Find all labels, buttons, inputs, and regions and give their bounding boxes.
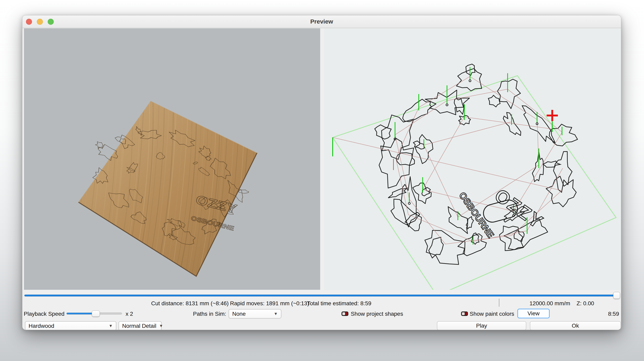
window-title: Preview [22, 15, 621, 28]
paths-in-sim-value: None [232, 311, 246, 317]
chevron-down-icon: ▼ [109, 324, 113, 328]
show-paint-colors-label: Show paint colors [470, 310, 514, 318]
detail-value: Normal Detail [122, 323, 156, 329]
toolpath-outlines [375, 64, 578, 264]
playback-speed-value: x 2 [126, 310, 133, 318]
wood-board-render: OZZYOSBOURNE [24, 28, 320, 290]
feed-cursor-tick [499, 298, 499, 307]
show-project-shapes-toggle[interactable] [342, 312, 348, 316]
show-project-shapes-label: Show project shapes [351, 310, 403, 318]
simulation-viewport[interactable]: OZZYOSBOURNE [324, 28, 621, 290]
material-boundary [333, 76, 616, 290]
z-height-readout: Z: 0.00 [576, 300, 594, 307]
playback-speed-label: Playback Speed [24, 310, 64, 318]
material-select[interactable]: Hardwood ▼ [25, 321, 116, 330]
material-value: Hardwood [28, 323, 54, 329]
rapid-moves-stat: Rapid moves: 1891 mm (~0:13) [230, 300, 309, 307]
toolpath-wireframe: OZZYOSBOURNE [324, 28, 621, 290]
view-button[interactable]: View [518, 309, 550, 318]
design-text-ozzy: OZZY [491, 185, 547, 232]
design-text-osbourne: OSBOURNE [457, 190, 496, 240]
chevron-down-icon: ▼ [159, 324, 163, 328]
show-paint-colors-toggle[interactable] [461, 312, 468, 316]
feed-rate-readout: 12000.00 mm/m [530, 300, 570, 307]
desktop: { "window": { "title": "Preview" }, "tra… [0, 0, 644, 361]
elapsed-time-readout: 8:59 [595, 310, 619, 318]
play-button[interactable]: Play [437, 321, 526, 330]
playback-progress-handle[interactable] [613, 292, 620, 299]
cut-distance-stat: Cut distance: 8131 mm (~8:46) [151, 300, 228, 307]
paths-in-sim-select[interactable]: None ▼ [228, 309, 281, 318]
render-viewport[interactable]: OZZYOSBOURNE [24, 28, 320, 290]
paths-in-sim-label: Paths in Sim: [193, 310, 226, 318]
toggle-knob [342, 312, 346, 316]
detail-select[interactable]: Normal Detail ▼ [118, 321, 162, 330]
total-time-stat: Total time estimated: 8:59 [307, 300, 371, 307]
playback-progress-bar[interactable] [24, 294, 620, 296]
preview-window: Preview OZZYOSBOURNE OZZYOSBOURNE Cut di… [22, 15, 621, 330]
playback-speed-thumb[interactable] [92, 310, 100, 317]
titlebar[interactable]: Preview [22, 15, 621, 28]
chevron-down-icon: ▼ [274, 312, 278, 316]
toggle-knob [462, 312, 465, 316]
ok-button[interactable]: Ok [530, 321, 621, 330]
